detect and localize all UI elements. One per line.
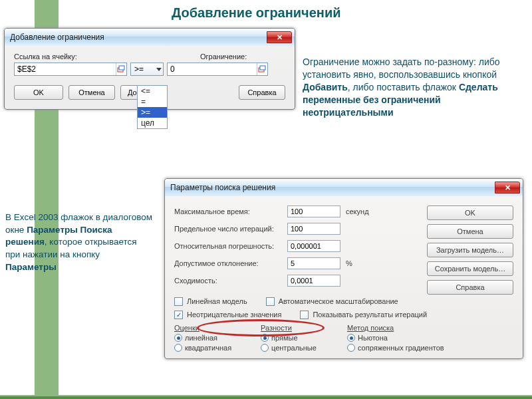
text-bold: Добавить [303, 82, 348, 92]
checkbox-label: Показывать результаты итераций [313, 311, 427, 319]
checkbox-label: Линейная модель [187, 297, 247, 305]
radio-method-conjugate[interactable] [347, 344, 355, 352]
close-icon: ✕ [505, 184, 511, 192]
checkbox-label: Автоматическое масштабирование [279, 297, 398, 305]
label-precision: Относительная погрешность: [174, 242, 287, 250]
save-model-button[interactable]: Сохранить модель… [427, 261, 513, 276]
svg-rect-1 [119, 66, 124, 70]
operator-dropdown[interactable]: <= = >= цел [137, 85, 168, 129]
text: , либо поставить флажок [348, 82, 459, 92]
ok-button[interactable]: OK [427, 205, 513, 220]
radio-method-newton[interactable] [347, 334, 355, 342]
range-picker-button[interactable] [257, 63, 267, 75]
constraint-input[interactable] [168, 63, 257, 75]
cell-reference-input-wrap [14, 63, 127, 76]
input-precision[interactable] [287, 240, 340, 252]
radio-label: Ньютона [358, 334, 388, 342]
label-cell-reference: Ссылка на ячейку: [14, 53, 127, 61]
paragraph-excel2003: В Excel 2003 флажок в диалоговом окне Па… [5, 211, 153, 273]
input-max-time[interactable] [287, 205, 340, 217]
cancel-button[interactable]: Отмена [68, 85, 115, 100]
radio-label: линейная [185, 334, 217, 342]
label-tolerance: Допустимое отклонение: [174, 259, 287, 267]
cell-reference-input[interactable] [15, 63, 116, 75]
highlight-oval [197, 319, 325, 336]
unit-percent: % [346, 259, 352, 267]
dialog-title: Параметры поиска решения [170, 183, 495, 192]
checkbox-label: Неотрицательные значения [187, 311, 281, 319]
text-bold: Параметры [5, 262, 57, 272]
operator-select[interactable]: >= [130, 63, 164, 76]
label-max-time: Максимальное время: [174, 207, 287, 215]
constraint-input-wrap [167, 63, 268, 76]
chevron-down-icon [156, 68, 162, 71]
label-constraint: Ограничение: [200, 53, 247, 61]
range-picker-icon [117, 65, 125, 73]
help-button[interactable]: Справка [239, 85, 285, 100]
close-button[interactable]: ✕ [267, 31, 292, 43]
page-title: Добавление ограничений [172, 5, 341, 21]
dropdown-item[interactable]: <= [138, 86, 167, 96]
operator-value: >= [134, 65, 144, 74]
titlebar[interactable]: Добавление ограничения ✕ [5, 29, 295, 46]
load-model-button[interactable]: Загрузить модель… [427, 243, 513, 257]
checkbox-nonnegative[interactable]: ✓ [174, 311, 183, 319]
dropdown-item[interactable]: = [138, 96, 167, 107]
close-icon: ✕ [277, 33, 283, 42]
radio-diff-central[interactable] [261, 344, 269, 352]
cancel-button[interactable]: Отмена [427, 224, 513, 239]
checkbox-show-iterations[interactable] [300, 311, 309, 319]
ok-button[interactable]: OK [14, 85, 63, 100]
input-iterations[interactable] [287, 223, 340, 235]
label-iterations: Предельное число итераций: [174, 225, 287, 233]
radio-estimate-quadratic[interactable] [174, 344, 182, 352]
unit-seconds: секунд [346, 207, 369, 215]
svg-rect-3 [260, 66, 265, 70]
dropdown-item-selected[interactable]: >= [138, 107, 167, 118]
decorative-bottom-bar [0, 386, 532, 399]
radio-label: сопряженных градиентов [358, 344, 444, 352]
dialog-add-constraint: Добавление ограничения ✕ Ссылка на ячейк… [4, 28, 295, 110]
text: Ограничение можно задать по-разному: либ… [303, 57, 500, 80]
input-tolerance[interactable] [287, 257, 340, 269]
help-button[interactable]: Справка [427, 280, 513, 295]
label-convergence: Сходимость: [174, 277, 287, 285]
checkbox-autoscale[interactable] [266, 297, 275, 306]
dropdown-item[interactable]: цел [138, 118, 167, 128]
input-convergence[interactable] [287, 275, 340, 287]
radio-label: центральные [271, 344, 317, 352]
paragraph-description: Ограничение можно задать по-разному: либ… [303, 56, 521, 118]
close-button[interactable]: ✕ [495, 182, 520, 194]
checkbox-linear-model[interactable] [174, 297, 183, 306]
group-header-search-method: Метод поиска [347, 324, 480, 332]
dialog-title: Добавление ограничения [10, 33, 267, 42]
range-picker-icon [258, 65, 266, 73]
range-picker-button[interactable] [116, 63, 126, 75]
radio-estimate-linear[interactable] [174, 334, 182, 342]
radio-label: квадратичная [185, 344, 231, 352]
titlebar[interactable]: Параметры поиска решения ✕ [165, 179, 523, 196]
